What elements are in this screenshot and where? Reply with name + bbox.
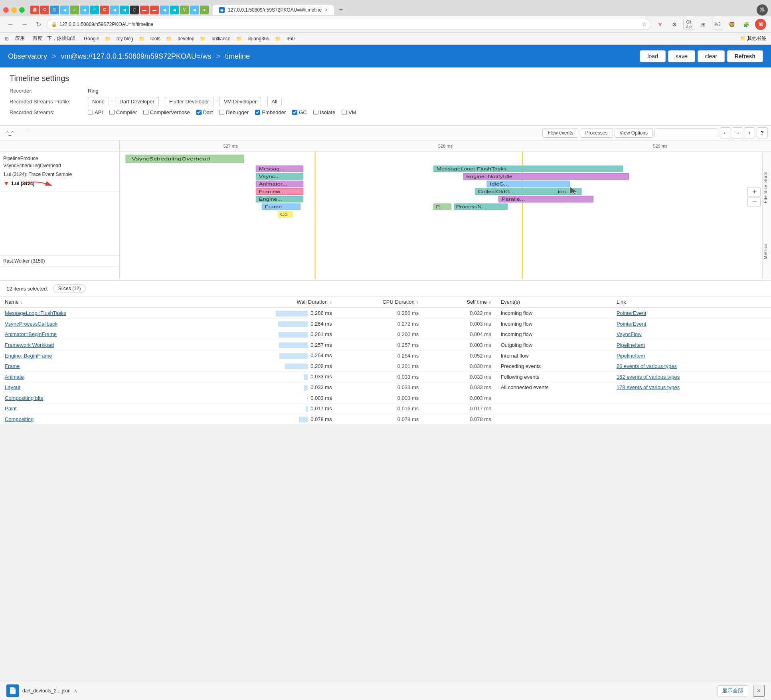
gear-btn[interactable]: ⚙ [669, 19, 680, 30]
user-avatar[interactable]: 旭 [755, 19, 766, 30]
profile-icon[interactable]: 旭 [757, 4, 768, 16]
brave-btn[interactable]: 🦁 [726, 19, 737, 30]
name-link-9[interactable]: Paint [5, 405, 17, 411]
track-visualization[interactable]: VsyncSchedulingOverhead Messag... Vsync.… [120, 152, 771, 279]
reload-btn[interactable]: ↻ [34, 19, 43, 30]
apps-btn[interactable]: ⊞ [698, 19, 709, 30]
link-5[interactable]: 26 events of various types [617, 363, 677, 369]
toolbar-icon-16[interactable]: ◀ [190, 6, 199, 14]
name-link-2[interactable]: Animator::BeginFrame [5, 331, 57, 337]
window-close-btn[interactable] [3, 7, 9, 13]
link-3[interactable]: PipelineItem [617, 342, 645, 348]
name-link-10[interactable]: Compositing [5, 416, 34, 422]
apps-grid-icon[interactable]: ⊞ [5, 36, 9, 42]
save-button[interactable]: save [668, 50, 695, 62]
bookmark-apps[interactable]: 应用 [12, 34, 28, 43]
name-link-7[interactable]: Layout [5, 384, 20, 390]
view-options-btn[interactable]: View Options [615, 128, 653, 138]
yandex-btn[interactable]: Y [654, 19, 666, 30]
processes-btn[interactable]: Processes [580, 128, 613, 138]
nav-left-btn[interactable]: ← [720, 127, 731, 138]
window-minimize-btn[interactable] [11, 7, 17, 13]
toolbar-icon-3[interactable]: 知 [50, 6, 59, 14]
profile-all[interactable]: All [267, 97, 282, 106]
stream-dart[interactable]: Dart [196, 109, 213, 115]
slices-badge[interactable]: Slices (12) [53, 284, 86, 293]
address-bar[interactable]: 🔒 127.0.0.1:50809/n59S72PKOAU=/#/timelin… [47, 19, 651, 30]
gitzip-btn[interactable]: Git Zip [683, 19, 694, 30]
stream-debugger[interactable]: Debugger [219, 109, 249, 115]
toolbar-icon-2[interactable]: C [40, 6, 49, 14]
th-cpu-duration[interactable]: CPU Duration ∨ [337, 297, 424, 308]
bookmark-develop[interactable]: develop [174, 35, 198, 42]
name-link-8[interactable]: Compositing bits [5, 395, 43, 401]
clear-button[interactable]: clear [698, 50, 725, 62]
star-icon[interactable]: ☆ [642, 21, 647, 28]
stream-gc[interactable]: GC [292, 109, 307, 115]
toolbar-icon-4[interactable]: ◀ [60, 6, 69, 14]
download-filename[interactable]: dart_devtools_2....json [22, 688, 71, 694]
th-wall-duration[interactable]: Wall Duration ∨ [217, 297, 336, 308]
toolbar-icon-8[interactable]: C [100, 6, 109, 14]
stream-api[interactable]: API [88, 109, 103, 115]
nav-right-btn[interactable]: → [732, 127, 743, 138]
toolbar-icon-6[interactable]: ◀ [80, 6, 89, 14]
download-chevron-icon[interactable]: ∧ [74, 688, 77, 694]
th-self-time[interactable]: Self time ∨ [423, 297, 496, 308]
profile-vm-developer[interactable]: VM Developer [219, 97, 261, 106]
profile-dart-developer[interactable]: Dart Developer [115, 97, 158, 106]
stream-isolate[interactable]: Isolate [313, 109, 335, 115]
new-tab-btn[interactable]: + [335, 3, 347, 16]
bookmark-brilliance[interactable]: brilliance [208, 35, 233, 42]
metrics-tab[interactable]: Metrics [763, 241, 771, 261]
extensions-btn[interactable]: 🧩 [741, 19, 752, 30]
link-2[interactable]: VsyncFlow [617, 331, 642, 337]
toolbar-icon-github[interactable]: ⬡ [130, 6, 139, 14]
link-0[interactable]: PointerEvent [617, 310, 646, 316]
show-all-btn[interactable]: 显示全部 [717, 685, 748, 696]
translate-btn[interactable]: 英2 [712, 19, 723, 30]
stream-vm[interactable]: VM [342, 109, 356, 115]
name-link-6[interactable]: Animate [5, 374, 24, 380]
flow-events-btn[interactable]: Flow events [542, 128, 578, 138]
name-link-5[interactable]: Frame [5, 363, 20, 369]
toolbar-icon-7[interactable]: F [90, 6, 99, 14]
other-bookmarks-folder[interactable]: 📁 其他书签 [740, 35, 766, 42]
nav-up-btn[interactable]: ↑ [744, 127, 755, 138]
window-maximize-btn[interactable] [19, 7, 25, 13]
refresh-button[interactable]: Refresh [727, 50, 763, 62]
bookmark-google[interactable]: Google [81, 35, 103, 42]
stream-compiler[interactable]: Compiler [109, 109, 137, 115]
toolbar-icon-12[interactable]: ▬ [150, 6, 159, 14]
bookmark-baidu[interactable]: 百度一下，你就知道 [30, 34, 79, 43]
bookmark-liqiang365[interactable]: liqiang365 [245, 35, 273, 42]
name-link-3[interactable]: Framework Workload [5, 342, 54, 348]
th-name[interactable]: Name ∨ [0, 297, 217, 308]
stream-embedder[interactable]: Embedder [255, 109, 286, 115]
toolbar-icon-15[interactable]: V [180, 6, 189, 14]
toolbar-icon-17[interactable]: ● [200, 6, 209, 14]
toolbar-icon-10[interactable]: ◀ [120, 6, 129, 14]
bookmark-myblog[interactable]: my blog [113, 35, 136, 42]
toolbar-icon-5[interactable]: ✓ [70, 6, 79, 14]
profile-none[interactable]: None [88, 97, 109, 106]
bookmark-tools[interactable]: tools [147, 35, 164, 42]
download-close-btn[interactable]: × [753, 685, 765, 697]
toolbar-icon-13[interactable]: ◀ [160, 6, 169, 14]
help-btn[interactable]: ? [757, 127, 768, 138]
toolbar-icon-11[interactable]: ▬ [140, 6, 149, 14]
stream-compilerverbose[interactable]: CompilerVerbose [143, 109, 190, 115]
toolbar-icon-14[interactable]: ◀ [170, 6, 179, 14]
search-input[interactable] [654, 129, 718, 137]
forward-btn[interactable]: → [19, 19, 30, 30]
name-link-4[interactable]: Engine::BeginFrame [5, 353, 52, 359]
profile-flutter-developer[interactable]: Flutter Developer [165, 97, 214, 106]
toolbar-icon-9[interactable]: ◀ [110, 6, 119, 14]
link-1[interactable]: PointerEvent [617, 321, 646, 327]
back-btn[interactable]: ← [5, 19, 16, 30]
name-link-1[interactable]: VsyncProcessCallback [5, 321, 57, 327]
link-7[interactable]: 178 events of various types [617, 384, 680, 390]
bookmark-360[interactable]: 360 [283, 35, 298, 42]
load-button[interactable]: load [640, 50, 665, 62]
name-link-0[interactable]: MessageLoop::FlushTasks [5, 310, 66, 316]
